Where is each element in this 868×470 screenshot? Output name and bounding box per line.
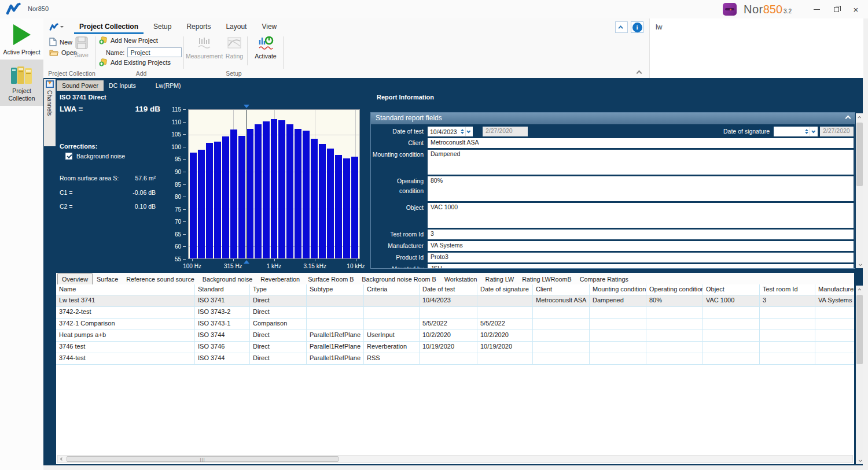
table-cell [420, 353, 477, 365]
column-header[interactable]: Operating condition [646, 284, 703, 295]
measurement-label: Measurement [186, 53, 223, 60]
results-tab[interactable]: Surface Room B [304, 274, 358, 284]
ribbon-collapse-chevron-icon[interactable] [637, 71, 642, 76]
table-row[interactable]: Heat pumps a+bISO 3744DirectParallel1Ref… [56, 330, 854, 342]
ribbon-tab[interactable]: Layout [218, 20, 254, 34]
background-noise-checkbox[interactable] [65, 153, 72, 160]
results-tab[interactable]: Background noise Room B [358, 274, 440, 284]
x-tick-label: 1 kHz [267, 263, 282, 269]
column-header[interactable]: Mounting condition [590, 284, 646, 295]
close-button[interactable]: × [847, 2, 865, 17]
scroll-up-arrow-icon[interactable] [856, 113, 863, 121]
panel-tab[interactable]: Sound Power [57, 80, 104, 91]
ribbon-tab[interactable]: Reports [179, 20, 218, 34]
measurement-button[interactable]: Measurement [187, 36, 222, 60]
table-horizontal-scrollbar[interactable]: ||| [57, 455, 853, 463]
panel-tab[interactable]: DC Inputs [104, 80, 141, 91]
results-tab[interactable]: Workstation [440, 274, 481, 284]
minimize-button[interactable] [808, 2, 825, 17]
report-scrollbar[interactable] [856, 113, 863, 268]
ribbon-collapse-button[interactable] [615, 21, 628, 33]
column-header[interactable]: Manufacturer [815, 284, 854, 295]
column-header[interactable]: Object [703, 284, 760, 295]
chart-cursor[interactable] [247, 110, 247, 258]
report-field-input[interactable]: Proto3 [428, 253, 854, 262]
ribbon-menu-button[interactable] [49, 23, 64, 31]
maximize-button[interactable] [827, 2, 845, 17]
scroll-left-arrow-icon[interactable] [58, 456, 65, 462]
save-button[interactable]: Save [71, 36, 92, 58]
chart-plot[interactable] [188, 109, 360, 259]
column-header[interactable]: Standard [195, 284, 250, 295]
table-row[interactable]: Lw test 3741ISO 3741Direct10/4/2023Metro… [56, 295, 854, 307]
table-row[interactable]: 3742-1 ComparisonISO 3743-1Comparison5/5… [56, 319, 854, 330]
results-tab[interactable]: Rating LW [481, 274, 518, 284]
signature-date-dropdown-chevron-icon[interactable] [810, 127, 818, 136]
section-collapse-chevron-icon[interactable] [845, 116, 851, 121]
cursor-marker-bottom-icon[interactable] [244, 257, 249, 264]
results-tab[interactable]: Reference sound source [122, 274, 198, 284]
channels-rail-tab[interactable]: Channels [44, 79, 56, 146]
scroll-down-arrow-icon[interactable] [856, 261, 863, 268]
rating-button[interactable]: Rating [223, 36, 246, 60]
column-header[interactable]: Type [250, 284, 307, 295]
y-tick-mark [183, 184, 186, 185]
results-tab[interactable]: Reverberation [256, 274, 304, 284]
report-field-input[interactable]: 3 [428, 230, 854, 239]
date-dropdown-chevron-icon[interactable] [465, 127, 473, 136]
results-tab[interactable]: Surface [93, 274, 122, 284]
date-of-signature-input[interactable] [774, 127, 818, 136]
stat-value: -0.06 dB [133, 189, 156, 196]
column-header[interactable]: Client [533, 284, 590, 295]
table-row[interactable]: 3742-2-testISO 3743-2Direct [56, 307, 854, 319]
hscrollbar-thumb[interactable]: ||| [67, 456, 339, 462]
results-tab[interactable]: Overview [57, 273, 93, 284]
results-tab[interactable]: Rating LWRoomB [518, 274, 576, 284]
report-field-input[interactable]: VAC 1000 [428, 203, 854, 228]
table-cell: 3742-2-test [56, 307, 195, 319]
column-header[interactable]: Criteria [364, 284, 420, 295]
report-scrollbar-thumb[interactable] [856, 123, 863, 186]
column-header[interactable]: Name [56, 284, 195, 295]
column-header[interactable]: Date of signature [477, 284, 533, 295]
report-field-row: Product Id Proto3 [371, 253, 854, 262]
date-spinner[interactable] [459, 127, 465, 136]
standard-report-fields-header[interactable]: Standard report fields [371, 113, 855, 124]
ribbon-tab[interactable]: Project Collection [72, 20, 146, 34]
report-field-input[interactable]: 80% [428, 176, 854, 201]
sidebar-item-active-project[interactable]: Active Project [0, 18, 43, 60]
table-cell [364, 307, 420, 319]
results-tab[interactable]: Compare Ratings [576, 274, 632, 284]
report-field-input[interactable]: Dampened [428, 150, 854, 175]
report-field-input[interactable]: Metroconuslt ASA [428, 138, 854, 148]
results-tab[interactable]: Background noise [198, 274, 256, 284]
table-vertical-scrollbar[interactable] [856, 286, 863, 464]
panel-tab[interactable]: Lw(RPM) [150, 80, 186, 91]
report-field-input[interactable]: JSH [428, 264, 854, 269]
info-button[interactable]: i [631, 21, 643, 33]
table-scrollbar-thumb[interactable] [856, 295, 863, 364]
column-header[interactable]: Subtype [307, 284, 364, 295]
ribbon-tab[interactable]: View [254, 20, 284, 34]
chart-bar [198, 150, 205, 258]
table-cell: 3 [760, 295, 815, 307]
column-header[interactable]: Test room Id [760, 284, 815, 295]
table-cell [307, 319, 364, 330]
ribbon-tab[interactable]: Setup [146, 20, 179, 34]
activate-button[interactable]: Activate [251, 36, 281, 60]
signature-date-spinner[interactable] [803, 127, 810, 136]
report-fields-body: Date of test 10/4/2023 2/27/2020 Date of… [371, 124, 855, 269]
table-row[interactable]: 3746 testISO 3746DirectParallel1RefPlane… [56, 342, 854, 353]
column-header[interactable]: Date of test [420, 284, 477, 295]
table-scroll-down-arrow-icon[interactable] [856, 457, 863, 464]
cursor-marker-top-icon[interactable] [244, 105, 249, 111]
add-new-project-button[interactable]: Add New Project [99, 36, 158, 45]
add-existing-projects-button[interactable]: Add Existing Projects [99, 58, 171, 66]
table-scroll-up-arrow-icon[interactable] [856, 286, 863, 293]
table-row[interactable]: 3744-testISO 3744DirectParallel1RefPlane… [56, 353, 854, 365]
project-name-input[interactable] [127, 47, 182, 57]
report-field-input[interactable]: VA Systems [428, 241, 854, 251]
sidebar-item-project-collection[interactable]: Project Collection [0, 60, 43, 106]
date-of-test-input[interactable]: 10/4/2023 [428, 127, 473, 136]
new-button[interactable]: New [49, 38, 72, 46]
